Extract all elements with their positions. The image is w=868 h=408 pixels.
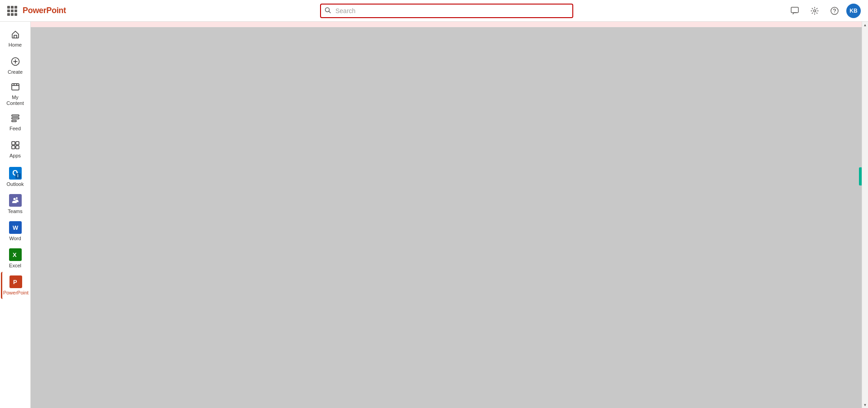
svg-point-3 [814,9,816,12]
header-left: PowerPoint [7,6,107,16]
sidebar-item-teams[interactable]: Teams [1,190,30,218]
sidebar-item-outlook-label: Outlook [7,181,24,187]
svg-line-1 [329,11,331,13]
top-banner [31,22,868,27]
header-right: KB [787,3,861,19]
create-icon [11,57,20,67]
svg-rect-16 [16,146,19,149]
sidebar-item-home-label: Home [9,42,22,48]
app-title: PowerPoint [23,6,66,15]
help-button[interactable] [826,3,843,19]
sidebar-item-apps[interactable]: Apps [1,136,30,163]
svg-rect-11 [12,118,19,119]
sidebar-item-home[interactable]: Home [1,25,30,52]
feedback-button[interactable] [787,3,803,19]
main-content [31,22,868,408]
svg-rect-12 [12,120,16,122]
scroll-up-arrow[interactable]: ▲ [862,22,868,28]
sidebar-item-apps-label: Apps [9,153,21,159]
word-icon: W [9,221,22,234]
sidebar-item-word-label: Word [9,236,21,242]
sidebar: Home Create My Content [0,22,31,408]
svg-rect-13 [12,142,15,145]
app-header: PowerPoint [0,0,868,22]
excel-icon: X [9,248,22,261]
scroll-down-arrow[interactable]: ▼ [862,402,868,408]
teams-icon [9,194,22,207]
svg-point-5 [834,12,835,13]
sidebar-item-my-content-label: My Content [3,95,28,106]
svg-rect-2 [791,7,798,13]
powerpoint-icon: P [9,275,22,288]
sidebar-item-my-content[interactable]: My Content [1,80,30,109]
feed-icon [11,114,20,124]
svg-text:P: P [13,279,17,285]
home-icon [11,30,20,40]
settings-button[interactable] [807,3,823,19]
svg-text:W: W [13,224,19,231]
sidebar-item-create-label: Create [8,69,23,75]
waffle-menu-icon[interactable] [7,6,17,16]
my-content-icon [11,82,20,93]
svg-rect-9 [12,84,19,90]
search-container [320,4,573,18]
svg-rect-14 [16,142,19,145]
sidebar-item-powerpoint[interactable]: P PowerPoint [1,272,30,299]
sidebar-item-excel[interactable]: X Excel [1,245,30,272]
sidebar-item-create[interactable]: Create [1,52,30,80]
green-accent [859,167,862,185]
user-avatar-button[interactable]: KB [846,4,861,18]
scrollbar: ▲ ▼ [862,22,868,408]
apps-icon [11,141,20,151]
svg-point-17 [13,198,15,200]
outlook-icon: O l [9,167,22,180]
content-area [31,27,868,408]
svg-rect-10 [12,115,19,116]
search-icon [325,7,331,14]
sidebar-item-powerpoint-label: PowerPoint [3,290,28,296]
header-center [107,4,787,18]
sidebar-item-feed-label: Feed [9,126,21,132]
sidebar-item-word[interactable]: W Word [1,218,30,245]
sidebar-item-teams-label: Teams [8,209,22,214]
sidebar-item-excel-label: Excel [9,263,21,269]
sidebar-item-feed[interactable]: Feed [1,109,30,136]
search-input[interactable] [320,4,573,18]
svg-rect-15 [12,146,15,149]
sidebar-item-outlook[interactable]: O l Outlook [1,163,30,190]
svg-text:X: X [13,251,17,258]
